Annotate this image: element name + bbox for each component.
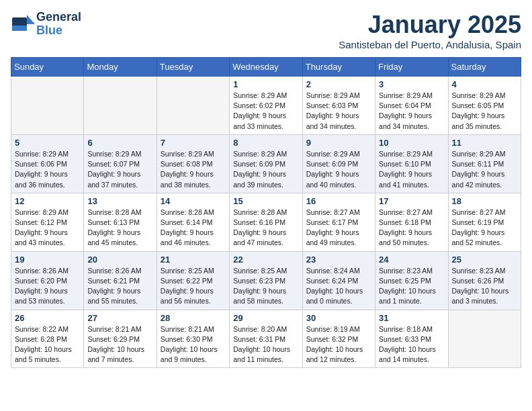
day-number: 5 <box>15 138 80 148</box>
weekday-header-tuesday: Tuesday <box>157 58 229 77</box>
calendar-cell: 18Sunrise: 8:27 AM Sunset: 6:19 PM Dayli… <box>448 193 521 251</box>
day-info: Sunrise: 8:28 AM Sunset: 6:13 PM Dayligh… <box>87 208 152 248</box>
day-number: 9 <box>306 138 371 148</box>
calendar-cell: 25Sunrise: 8:23 AM Sunset: 6:26 PM Dayli… <box>448 251 521 310</box>
weekday-header-wednesday: Wednesday <box>230 58 302 77</box>
calendar-cell: 4Sunrise: 8:29 AM Sunset: 6:05 PM Daylig… <box>448 77 521 135</box>
day-info: Sunrise: 8:28 AM Sunset: 6:16 PM Dayligh… <box>233 208 298 248</box>
calendar-cell: 13Sunrise: 8:28 AM Sunset: 6:13 PM Dayli… <box>84 193 157 251</box>
day-info: Sunrise: 8:29 AM Sunset: 6:06 PM Dayligh… <box>15 149 80 190</box>
weekday-header-thursday: Thursday <box>302 58 375 77</box>
day-info: Sunrise: 8:21 AM Sunset: 6:30 PM Dayligh… <box>161 324 226 365</box>
calendar-week-row: 12Sunrise: 8:29 AM Sunset: 6:12 PM Dayli… <box>11 193 521 251</box>
logo-text-blue: Blue <box>36 24 81 38</box>
calendar-cell: 28Sunrise: 8:21 AM Sunset: 6:30 PM Dayli… <box>157 310 229 368</box>
calendar-cell: 9Sunrise: 8:29 AM Sunset: 6:09 PM Daylig… <box>302 134 375 193</box>
calendar-cell: 15Sunrise: 8:28 AM Sunset: 6:16 PM Dayli… <box>230 193 302 251</box>
day-number: 3 <box>379 79 444 89</box>
weekday-header-saturday: Saturday <box>448 58 521 77</box>
day-number: 24 <box>379 255 444 265</box>
day-number: 29 <box>233 313 298 323</box>
day-number: 1 <box>233 79 298 89</box>
day-number: 17 <box>379 196 444 206</box>
weekday-header-friday: Friday <box>375 58 448 77</box>
calendar-cell: 16Sunrise: 8:27 AM Sunset: 6:17 PM Dayli… <box>302 193 375 251</box>
logo-text-general: General <box>36 11 81 24</box>
calendar-cell: 19Sunrise: 8:26 AM Sunset: 6:20 PM Dayli… <box>11 251 84 310</box>
day-number: 16 <box>306 196 371 206</box>
calendar-cell <box>157 77 229 135</box>
calendar-cell: 3Sunrise: 8:29 AM Sunset: 6:04 PM Daylig… <box>375 77 448 135</box>
calendar-table: SundayMondayTuesdayWednesdayThursdayFrid… <box>11 57 521 368</box>
calendar-cell: 24Sunrise: 8:23 AM Sunset: 6:25 PM Dayli… <box>375 251 448 310</box>
day-info: Sunrise: 8:23 AM Sunset: 6:26 PM Dayligh… <box>452 266 517 307</box>
day-info: Sunrise: 8:26 AM Sunset: 6:21 PM Dayligh… <box>87 266 152 307</box>
day-number: 22 <box>233 255 298 265</box>
day-number: 27 <box>87 313 152 323</box>
weekday-header-monday: Monday <box>84 58 157 77</box>
day-info: Sunrise: 8:22 AM Sunset: 6:28 PM Dayligh… <box>15 324 80 365</box>
header: General Blue January 2025 Santisteban de… <box>11 11 521 50</box>
calendar-cell: 2Sunrise: 8:29 AM Sunset: 6:03 PM Daylig… <box>302 77 375 135</box>
calendar-cell: 5Sunrise: 8:29 AM Sunset: 6:06 PM Daylig… <box>11 134 84 193</box>
day-info: Sunrise: 8:29 AM Sunset: 6:09 PM Dayligh… <box>306 149 371 190</box>
day-number: 6 <box>87 138 152 148</box>
day-number: 21 <box>161 255 226 265</box>
calendar-cell: 20Sunrise: 8:26 AM Sunset: 6:21 PM Dayli… <box>84 251 157 310</box>
day-info: Sunrise: 8:29 AM Sunset: 6:03 PM Dayligh… <box>306 91 371 132</box>
calendar-week-row: 5Sunrise: 8:29 AM Sunset: 6:06 PM Daylig… <box>11 134 521 193</box>
calendar-cell: 26Sunrise: 8:22 AM Sunset: 6:28 PM Dayli… <box>11 310 84 368</box>
day-info: Sunrise: 8:29 AM Sunset: 6:05 PM Dayligh… <box>452 91 517 132</box>
day-number: 2 <box>306 79 371 89</box>
day-info: Sunrise: 8:26 AM Sunset: 6:20 PM Dayligh… <box>15 266 80 307</box>
day-info: Sunrise: 8:29 AM Sunset: 6:04 PM Dayligh… <box>379 91 444 132</box>
day-info: Sunrise: 8:20 AM Sunset: 6:31 PM Dayligh… <box>233 324 298 365</box>
day-info: Sunrise: 8:27 AM Sunset: 6:17 PM Dayligh… <box>306 208 371 248</box>
day-number: 10 <box>379 138 444 148</box>
calendar-cell: 14Sunrise: 8:28 AM Sunset: 6:14 PM Dayli… <box>157 193 229 251</box>
day-number: 18 <box>452 196 517 206</box>
day-number: 12 <box>15 196 80 206</box>
day-info: Sunrise: 8:25 AM Sunset: 6:22 PM Dayligh… <box>161 266 226 307</box>
day-number: 28 <box>161 313 226 323</box>
day-info: Sunrise: 8:29 AM Sunset: 6:09 PM Dayligh… <box>233 149 298 190</box>
calendar-cell: 30Sunrise: 8:19 AM Sunset: 6:32 PM Dayli… <box>302 310 375 368</box>
day-info: Sunrise: 8:21 AM Sunset: 6:29 PM Dayligh… <box>87 324 152 365</box>
calendar-cell: 10Sunrise: 8:29 AM Sunset: 6:10 PM Dayli… <box>375 134 448 193</box>
day-info: Sunrise: 8:29 AM Sunset: 6:08 PM Dayligh… <box>161 149 226 190</box>
calendar-cell: 12Sunrise: 8:29 AM Sunset: 6:12 PM Dayli… <box>11 193 84 251</box>
calendar-week-row: 1Sunrise: 8:29 AM Sunset: 6:02 PM Daylig… <box>11 77 521 135</box>
svg-rect-2 <box>12 26 27 31</box>
logo-icon <box>11 12 35 36</box>
calendar-cell: 11Sunrise: 8:29 AM Sunset: 6:11 PM Dayli… <box>448 134 521 193</box>
day-number: 13 <box>87 196 152 206</box>
day-info: Sunrise: 8:29 AM Sunset: 6:10 PM Dayligh… <box>379 149 444 190</box>
day-info: Sunrise: 8:19 AM Sunset: 6:32 PM Dayligh… <box>306 324 371 365</box>
weekday-header-sunday: Sunday <box>11 58 84 77</box>
day-info: Sunrise: 8:29 AM Sunset: 6:02 PM Dayligh… <box>233 91 298 132</box>
calendar-cell: 29Sunrise: 8:20 AM Sunset: 6:31 PM Dayli… <box>230 310 302 368</box>
calendar-cell: 17Sunrise: 8:27 AM Sunset: 6:18 PM Dayli… <box>375 193 448 251</box>
day-number: 25 <box>452 255 517 265</box>
day-number: 19 <box>15 255 80 265</box>
day-info: Sunrise: 8:23 AM Sunset: 6:25 PM Dayligh… <box>379 266 444 307</box>
day-number: 4 <box>452 79 517 89</box>
calendar-cell <box>448 310 521 368</box>
calendar-week-row: 19Sunrise: 8:26 AM Sunset: 6:20 PM Dayli… <box>11 251 521 310</box>
day-number: 31 <box>379 313 444 323</box>
day-info: Sunrise: 8:24 AM Sunset: 6:24 PM Dayligh… <box>306 266 371 307</box>
calendar-cell: 23Sunrise: 8:24 AM Sunset: 6:24 PM Dayli… <box>302 251 375 310</box>
day-number: 20 <box>87 255 152 265</box>
calendar-cell: 21Sunrise: 8:25 AM Sunset: 6:22 PM Dayli… <box>157 251 229 310</box>
svg-marker-1 <box>27 15 35 24</box>
calendar-week-row: 26Sunrise: 8:22 AM Sunset: 6:28 PM Dayli… <box>11 310 521 368</box>
day-info: Sunrise: 8:29 AM Sunset: 6:11 PM Dayligh… <box>452 149 517 190</box>
day-info: Sunrise: 8:27 AM Sunset: 6:18 PM Dayligh… <box>379 208 444 248</box>
calendar-cell: 8Sunrise: 8:29 AM Sunset: 6:09 PM Daylig… <box>230 134 302 193</box>
day-number: 15 <box>233 196 298 206</box>
day-number: 14 <box>161 196 226 206</box>
title-area: January 2025 Santisteban del Puerto, And… <box>339 11 521 50</box>
calendar-cell <box>84 77 157 135</box>
day-info: Sunrise: 8:27 AM Sunset: 6:19 PM Dayligh… <box>452 208 517 248</box>
day-info: Sunrise: 8:25 AM Sunset: 6:23 PM Dayligh… <box>233 266 298 307</box>
